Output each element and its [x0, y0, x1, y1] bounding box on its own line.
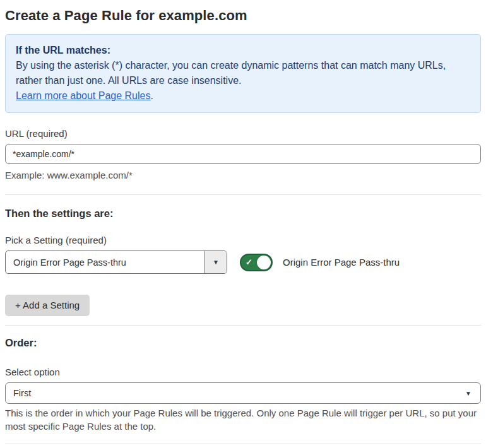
url-match-info-box: If the URL matches: By using the asteris…: [5, 34, 481, 113]
check-icon: ✓: [246, 258, 252, 266]
setting-dropdown-arrow-button[interactable]: ▼: [204, 251, 227, 273]
toggle-knob: [257, 256, 271, 269]
info-box-link-line: Learn more about Page Rules.: [16, 88, 470, 103]
setting-row: Origin Error Page Pass-thru ▼ ✓ Origin E…: [5, 251, 481, 274]
setting-toggle-label: Origin Error Page Pass-thru: [283, 257, 400, 268]
divider: [5, 194, 481, 195]
info-box-body: By using the asterisk (*) character, you…: [16, 58, 470, 88]
page-title: Create a Page Rule for example.com: [5, 8, 481, 24]
url-input[interactable]: [5, 144, 481, 164]
chevron-down-icon: ▼: [213, 259, 219, 266]
divider: [5, 444, 481, 444]
setting-toggle[interactable]: ✓: [240, 254, 273, 271]
settings-heading: Then the settings are:: [5, 208, 481, 220]
setting-dropdown[interactable]: Origin Error Page Pass-thru ▼: [5, 251, 227, 274]
link-period: .: [150, 90, 153, 101]
order-helper: This is the order in which your Page Rul…: [5, 406, 481, 433]
chevron-down-icon: ▼: [465, 390, 471, 397]
pick-setting-label: Pick a Setting (required): [5, 235, 481, 245]
order-select[interactable]: First ▼: [5, 382, 481, 404]
url-example-helper: Example: www.example.com/*: [5, 168, 481, 182]
order-heading: Order:: [5, 337, 481, 349]
info-box-heading: If the URL matches:: [16, 43, 470, 58]
learn-more-link[interactable]: Learn more about Page Rules: [16, 90, 150, 101]
order-select-value: First: [13, 388, 31, 398]
setting-dropdown-value: Origin Error Page Pass-thru: [6, 251, 204, 273]
url-label: URL (required): [5, 128, 481, 139]
divider: [5, 325, 481, 326]
order-select-label: Select option: [5, 367, 481, 377]
add-setting-button[interactable]: + Add a Setting: [5, 295, 90, 316]
page-rule-form: Create a Page Rule for example.com If th…: [0, 0, 486, 448]
